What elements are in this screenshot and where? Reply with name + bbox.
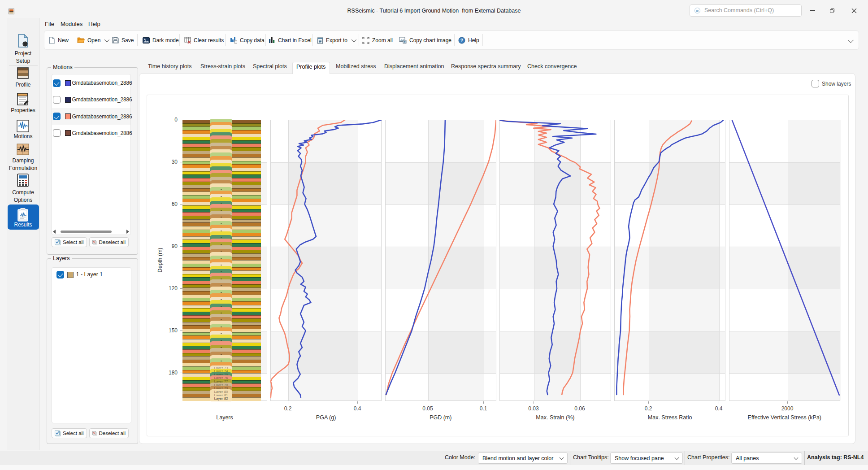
svg-text:?: ? — [460, 38, 463, 43]
